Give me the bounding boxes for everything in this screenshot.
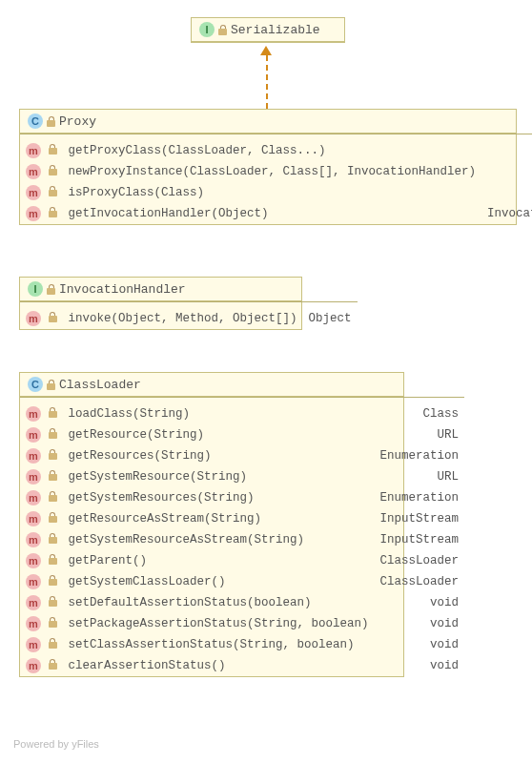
member-signature: setClassAssertionStatus(String, boolean) bbox=[63, 634, 375, 655]
method-icon: m bbox=[26, 553, 41, 568]
member-signature: getSystemResource(String) bbox=[63, 466, 375, 487]
lock-icon bbox=[47, 380, 55, 390]
method-icon: m bbox=[26, 185, 41, 200]
member-row: m getSystemResource(String)URL bbox=[20, 466, 464, 487]
member-signature: newProxyInstance(ClassLoader, Class[], I… bbox=[63, 161, 482, 182]
class-header: CClassLoader bbox=[20, 373, 403, 397]
member-return: ClassLoader bbox=[375, 571, 465, 592]
class-name: Serializable bbox=[231, 23, 320, 37]
member-return: Class bbox=[375, 403, 465, 424]
member-return: void bbox=[375, 592, 465, 613]
lock-icon bbox=[49, 575, 57, 586]
member-return: InputStream bbox=[375, 529, 465, 550]
method-icon: m bbox=[26, 448, 41, 464]
member-return: void bbox=[375, 634, 465, 655]
member-row: m isProxyClass(Class)boolean bbox=[20, 182, 532, 203]
lock-icon bbox=[49, 596, 57, 607]
interface-icon: I bbox=[199, 22, 215, 37]
member-signature: getSystemResourceAsStream(String) bbox=[63, 529, 375, 550]
member-return: URL bbox=[375, 424, 465, 445]
member-row: m setPackageAssertionStatus(String, bool… bbox=[20, 613, 464, 634]
member-row: m setClassAssertionStatus(String, boolea… bbox=[20, 634, 464, 655]
method-icon: m bbox=[26, 143, 41, 158]
member-signature: setDefaultAssertionStatus(boolean) bbox=[63, 592, 375, 613]
method-icon: m bbox=[26, 311, 41, 326]
realization-arrow-line bbox=[266, 55, 268, 109]
member-return: InputStream bbox=[375, 508, 465, 529]
method-icon: m bbox=[26, 595, 41, 610]
member-row: m getProxyClass(ClassLoader, Class...)Cl… bbox=[20, 140, 532, 161]
class-header: CProxy bbox=[20, 110, 516, 134]
member-return: void bbox=[375, 655, 465, 676]
member-row: m setDefaultAssertionStatus(boolean)void bbox=[20, 592, 464, 613]
class-name: InvocationHandler bbox=[59, 282, 186, 297]
method-icon: m bbox=[26, 490, 41, 505]
lock-icon bbox=[49, 165, 57, 175]
class-name: Proxy bbox=[59, 114, 96, 129]
member-table: m loadClass(String)Classm getResource(St… bbox=[20, 397, 464, 676]
member-signature: getProxyClass(ClassLoader, Class...) bbox=[63, 140, 482, 161]
lock-icon bbox=[49, 512, 57, 523]
member-signature: loadClass(String) bbox=[63, 403, 375, 424]
member-table: m getProxyClass(ClassLoader, Class...)Cl… bbox=[20, 134, 532, 224]
method-icon: m bbox=[26, 406, 41, 422]
member-signature: clearAssertionStatus() bbox=[63, 655, 375, 676]
method-icon: m bbox=[26, 532, 41, 547]
lock-icon bbox=[49, 617, 57, 628]
lock-icon bbox=[47, 284, 55, 295]
lock-icon bbox=[49, 491, 57, 502]
proxy-box: CProxym getProxyClass(ClassLoader, Class… bbox=[19, 109, 517, 225]
lock-icon bbox=[49, 659, 57, 670]
lock-icon bbox=[49, 207, 57, 217]
invocationHandler-box: IInvocationHandlerm invoke(Object, Metho… bbox=[19, 277, 302, 330]
class-header: ISerializable bbox=[192, 18, 344, 42]
member-return: boolean bbox=[481, 182, 532, 203]
member-row: m getParent()ClassLoader bbox=[20, 550, 464, 571]
member-signature: getSystemClassLoader() bbox=[63, 571, 375, 592]
lock-icon bbox=[49, 470, 57, 481]
serializable-box: ISerializable bbox=[191, 17, 345, 43]
member-return: Object bbox=[303, 308, 358, 329]
member-row: m newProxyInstance(ClassLoader, Class[],… bbox=[20, 161, 532, 182]
lock-icon bbox=[49, 449, 57, 460]
watermark: Powered by yFiles bbox=[13, 738, 99, 750]
member-signature: getResources(String) bbox=[63, 445, 375, 466]
member-signature: invoke(Object, Method, Object[]) bbox=[63, 308, 303, 329]
lock-icon bbox=[218, 25, 227, 35]
class-icon: C bbox=[28, 377, 43, 392]
method-icon: m bbox=[26, 427, 41, 443]
member-row: m getInvocationHandler(Object)Invocation… bbox=[20, 203, 532, 224]
class-icon: C bbox=[28, 113, 43, 129]
member-signature: getInvocationHandler(Object) bbox=[63, 203, 482, 224]
method-icon: m bbox=[26, 574, 41, 589]
lock-icon bbox=[49, 186, 57, 196]
member-row: m getResources(String)Enumeration bbox=[20, 445, 464, 466]
member-return: Enumeration bbox=[375, 445, 465, 466]
method-icon: m bbox=[26, 469, 41, 485]
method-icon: m bbox=[26, 206, 41, 221]
lock-icon bbox=[47, 116, 55, 127]
member-table: m invoke(Object, Method, Object[])Object bbox=[20, 301, 358, 329]
lock-icon bbox=[49, 638, 57, 649]
member-signature: isProxyClass(Class) bbox=[63, 182, 482, 203]
member-return: InvocationHandler bbox=[481, 203, 532, 224]
classLoader-box: CClassLoaderm loadClass(String)Classm ge… bbox=[19, 372, 404, 677]
member-signature: getParent() bbox=[63, 550, 375, 571]
member-row: m getResource(String)URL bbox=[20, 424, 464, 445]
member-return: void bbox=[375, 613, 465, 634]
member-row: m getSystemResources(String)Enumeration bbox=[20, 487, 464, 508]
lock-icon bbox=[49, 144, 57, 155]
member-row: m clearAssertionStatus()void bbox=[20, 655, 464, 676]
lock-icon bbox=[49, 533, 57, 544]
method-icon: m bbox=[26, 658, 41, 673]
member-signature: getResourceAsStream(String) bbox=[63, 508, 375, 529]
method-icon: m bbox=[26, 511, 41, 526]
lock-icon bbox=[49, 554, 57, 565]
member-return: Class bbox=[481, 140, 532, 161]
method-icon: m bbox=[26, 164, 41, 179]
interface-icon: I bbox=[28, 281, 43, 297]
member-signature: getResource(String) bbox=[63, 424, 375, 445]
member-row: m loadClass(String)Class bbox=[20, 403, 464, 424]
member-return: Enumeration bbox=[375, 487, 465, 508]
member-row: m getResourceAsStream(String)InputStream bbox=[20, 508, 464, 529]
